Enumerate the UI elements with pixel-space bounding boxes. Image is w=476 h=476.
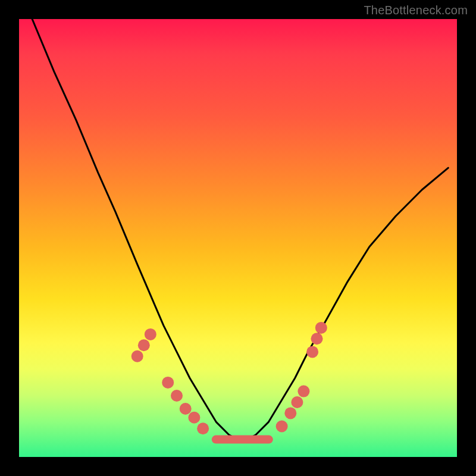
right-dot [276, 421, 288, 433]
watermark-text: TheBottleneck.com [364, 4, 468, 17]
right-dot [311, 333, 323, 345]
right-dot [315, 322, 327, 334]
left-dot [197, 422, 209, 434]
right-dot [284, 407, 296, 419]
right-dot [306, 346, 318, 358]
left-dot [138, 339, 150, 351]
right-dot [291, 396, 303, 408]
chart-frame: TheBottleneck.com [0, 0, 476, 476]
left-dot [162, 377, 174, 389]
right-dot [298, 386, 309, 397]
chart-svg [19, 19, 457, 457]
left-dot [145, 328, 156, 340]
plot-area [19, 19, 457, 457]
left-dot [131, 350, 143, 362]
left-dot [171, 390, 183, 402]
left-dot [188, 412, 200, 424]
left-dot [180, 403, 192, 415]
curve-path [32, 19, 448, 440]
bottom-flat-bar [212, 436, 273, 444]
marker-group [131, 322, 327, 434]
